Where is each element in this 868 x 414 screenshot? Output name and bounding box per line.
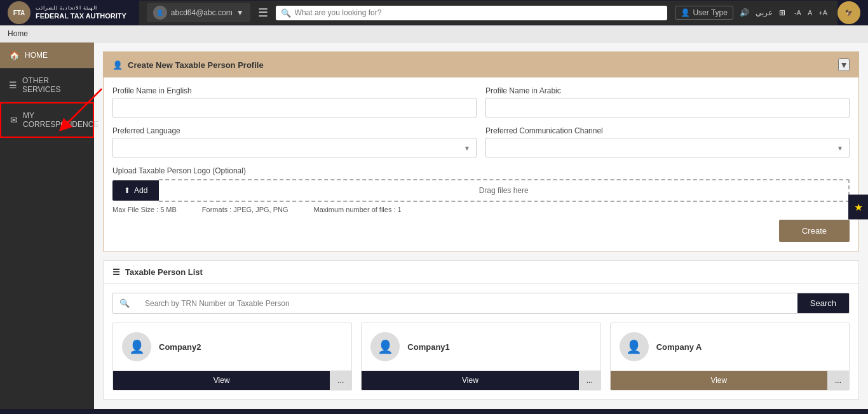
preferred-channel-wrapper: Email SMS xyxy=(485,138,850,157)
sidebar-item-home-label: HOME xyxy=(25,51,48,60)
create-button[interactable]: Create xyxy=(779,220,850,242)
company-card-2: 👤 Company A View ... xyxy=(610,323,850,391)
chevron-down-icon: ▼ xyxy=(236,8,244,17)
font-minus-button[interactable]: -A xyxy=(792,8,804,18)
company-more-button-2[interactable]: ... xyxy=(827,371,849,390)
file-size-info: Max File Size : 5 MB xyxy=(112,206,177,213)
profile-name-ar-input[interactable] xyxy=(485,98,850,117)
company-name-2: Company A xyxy=(656,342,702,352)
profile-name-ar-label: Profile Name in Arabic xyxy=(485,86,850,95)
list-icon: ☰ xyxy=(112,267,120,277)
upload-row: ⬆ Add Drag files here xyxy=(112,179,850,202)
company-avatar-0: 👤 xyxy=(122,332,151,361)
footer: FTA الهيئة الاتحادية للضرائب FEDERAL TAX… xyxy=(0,409,868,414)
profile-name-ar-group: Profile Name in Arabic xyxy=(485,86,850,117)
company-view-button-0[interactable]: View xyxy=(113,371,330,390)
profile-name-en-input[interactable] xyxy=(112,98,477,117)
nav-right: 👤 User Type 🔊 عربي ⊞ -A A +A xyxy=(675,6,830,20)
preferred-language-label: Preferred Language xyxy=(112,126,477,135)
sidebar-item-my-correspondence[interactable]: ✉ MY CORRESPONDENCE xyxy=(0,102,94,138)
preferred-language-group: Preferred Language English Arabic xyxy=(112,126,477,157)
search-input[interactable] xyxy=(295,8,663,17)
taxable-search-input[interactable] xyxy=(136,293,797,313)
preferred-channel-select[interactable]: Email SMS xyxy=(485,138,850,157)
logo-text: الهيئة الاتحادية للضرائب FEDERAL TAX AUT… xyxy=(36,5,126,21)
home-icon: 🏠 xyxy=(9,50,20,60)
preferred-language-wrapper: English Arabic xyxy=(112,138,477,157)
taxable-list-section: ☰ Taxable Person List 🔍 Search 👤 Company… xyxy=(103,260,859,400)
create-profile-section: 👤 Create New Taxable Person Profile ▼ Pr… xyxy=(103,51,859,251)
correspondence-icon: ✉ xyxy=(10,115,18,125)
company-view-button-2[interactable]: View xyxy=(611,371,827,390)
sidebar-item-other-services-label: OTHER SERVICES xyxy=(22,76,85,94)
profile-icon: 👤 xyxy=(112,60,123,70)
font-normal-button[interactable]: A xyxy=(805,8,815,18)
language-button[interactable]: عربي xyxy=(756,8,773,17)
taxable-search-icon: 🔍 xyxy=(113,293,136,313)
breadcrumb: Home xyxy=(0,25,868,43)
create-button-row: Create xyxy=(112,220,850,242)
font-plus-button[interactable]: +A xyxy=(816,8,830,18)
profile-name-en-group: Profile Name in English xyxy=(112,86,477,117)
company-card-body-1: 👤 Company1 xyxy=(362,323,600,370)
preferred-language-select[interactable]: English Arabic xyxy=(112,138,477,157)
preferred-channel-group: Preferred Communication Channel Email SM… xyxy=(485,126,850,157)
company-name-1: Company1 xyxy=(407,342,449,352)
company-name-0: Company2 xyxy=(159,342,201,352)
hamburger-button[interactable]: ☰ xyxy=(258,6,268,20)
formats-info: Formats : JPEG, JPG, PNG xyxy=(202,206,288,213)
search-icon: 🔍 xyxy=(281,8,291,18)
feedback-button[interactable]: ★ xyxy=(848,195,868,220)
create-profile-form: Profile Name in English Profile Name in … xyxy=(104,77,858,251)
sidebar: 🏠 HOME ☰ OTHER SERVICES ✉ MY CORRESPONDE… xyxy=(0,43,94,409)
grid-icon[interactable]: ⊞ xyxy=(779,8,785,17)
company-avatar-2: 👤 xyxy=(620,332,649,361)
create-profile-header: 👤 Create New Taxable Person Profile ▼ xyxy=(104,52,858,77)
company-view-button-1[interactable]: View xyxy=(362,371,578,390)
drag-drop-area[interactable]: Drag files here xyxy=(159,179,850,202)
main-layout: 🏠 HOME ☰ OTHER SERVICES ✉ MY CORRESPONDE… xyxy=(0,43,868,409)
taxable-search-button[interactable]: Search xyxy=(797,293,849,313)
company-more-button-0[interactable]: ... xyxy=(330,371,351,390)
name-row: Profile Name in English Profile Name in … xyxy=(112,86,850,117)
sidebar-item-home[interactable]: 🏠 HOME xyxy=(0,43,94,69)
user-type-button[interactable]: 👤 User Type xyxy=(675,6,733,20)
company-card-0: 👤 Company2 View ... xyxy=(112,323,352,391)
taxable-search-row: 🔍 Search xyxy=(112,293,850,314)
upload-icon: ⬆ xyxy=(124,186,130,195)
company-card-footer-0: View ... xyxy=(113,370,351,390)
user-icon: 👤 xyxy=(681,8,690,17)
collapse-button[interactable]: ▼ xyxy=(838,58,850,71)
account-dropdown[interactable]: 👤 abcd64@abc.com ▼ xyxy=(147,3,250,22)
company-avatar-1: 👤 xyxy=(370,332,400,361)
company-card-body-0: 👤 Company2 xyxy=(113,323,351,370)
home-breadcrumb-link[interactable]: Home xyxy=(8,29,28,38)
taxable-list-header: ☰ Taxable Person List xyxy=(104,261,858,284)
uae-emblem: 🦅 xyxy=(837,1,860,24)
taxable-list-body: 🔍 Search 👤 Company2 View ... xyxy=(104,284,858,399)
top-header: FTA الهيئة الاتحادية للضرائب FEDERAL TAX… xyxy=(0,0,868,25)
avatar: 👤 xyxy=(153,6,167,20)
preferred-channel-label: Preferred Communication Channel xyxy=(485,126,850,135)
sidebar-item-other-services[interactable]: ☰ OTHER SERVICES xyxy=(0,69,94,102)
company-card-footer-2: View ... xyxy=(611,370,849,390)
logo-icon: FTA xyxy=(8,1,31,24)
volume-icon[interactable]: 🔊 xyxy=(740,8,749,17)
logo-area: FTA الهيئة الاتحادية للضرائب FEDERAL TAX… xyxy=(8,1,126,24)
company-card-1: 👤 Company1 View ... xyxy=(361,323,600,391)
company-card-body-2: 👤 Company A xyxy=(611,323,849,370)
upload-section: Upload Taxable Person Logo (Optional) ⬆ … xyxy=(112,166,850,213)
upload-info: Max File Size : 5 MB Formats : JPEG, JPG… xyxy=(112,206,850,213)
company-more-button-1[interactable]: ... xyxy=(579,371,600,390)
profile-name-en-label: Profile Name in English xyxy=(112,86,477,95)
create-profile-title: 👤 Create New Taxable Person Profile xyxy=(112,60,264,70)
upload-label: Upload Taxable Person Logo (Optional) xyxy=(112,166,850,175)
max-files-info: Maximum number of files : 1 xyxy=(314,206,402,213)
services-icon: ☰ xyxy=(9,80,17,90)
language-channel-row: Preferred Language English Arabic Prefer… xyxy=(112,126,850,157)
font-size-controls: -A A +A xyxy=(792,8,830,18)
sidebar-item-my-correspondence-label: MY CORRESPONDENCE xyxy=(23,111,98,129)
company-cards: 👤 Company2 View ... 👤 Company1 xyxy=(112,323,850,391)
add-file-button[interactable]: ⬆ Add xyxy=(112,180,159,201)
company-card-footer-1: View ... xyxy=(362,370,600,390)
